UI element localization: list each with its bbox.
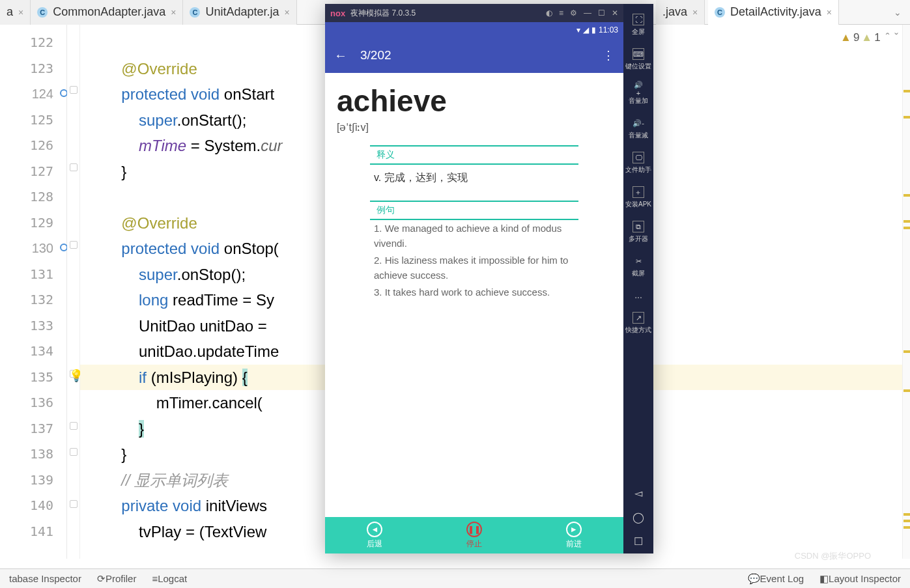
section-definition-header: 释义 <box>370 145 578 165</box>
line-number: 134 <box>0 339 66 365</box>
maximize-icon[interactable]: ☐ <box>598 8 605 18</box>
android-home-button[interactable]: ◯ <box>633 511 644 524</box>
close-icon[interactable]: × <box>171 7 176 18</box>
emulator-window: nox 夜神模拟器 7.0.3.5 ◐ ≡ ⚙ — ☐ ✕ ▾ ◢ ▮ 11:0… <box>325 4 653 553</box>
tabs-overflow[interactable]: ⌄ <box>888 7 907 18</box>
android-recents-button[interactable]: ☐ <box>634 535 643 548</box>
monitor-icon: 🖵 <box>633 152 644 163</box>
fullscreen-icon: ⛶ <box>633 14 644 25</box>
back-arrow-icon[interactable]: ← <box>334 48 347 63</box>
keymap-button[interactable]: ⌨键位设置 <box>625 48 651 71</box>
overflow-menu-icon[interactable]: ⋮ <box>603 48 614 63</box>
more-button[interactable]: ... <box>634 290 642 300</box>
watermark: CSDN @振华OPPO <box>795 550 871 562</box>
word-title: achieve <box>337 83 612 119</box>
android-back-button[interactable]: ◅ <box>634 487 642 499</box>
multi-instance-button[interactable]: ⧉多开器 <box>629 221 648 244</box>
next-button[interactable]: ►前进 <box>524 517 623 553</box>
settings-icon[interactable]: ⚙ <box>570 8 577 18</box>
line-gutter: 122 123 124 125 126 127 128 129 130 131 … <box>0 25 67 559</box>
minimize-icon[interactable]: — <box>584 8 591 18</box>
tab-detail-activity[interactable]: CDetailActivity.java× <box>708 0 839 25</box>
close-icon[interactable]: × <box>285 7 290 18</box>
next-icon: ► <box>566 522 582 537</box>
line-number: 138 <box>0 441 66 468</box>
inspection-summary: ▲9 ▲1 ˆ ˇ <box>838 31 898 44</box>
tab-unit-adapter[interactable]: CUnitAdapter.ja× <box>183 0 296 25</box>
fold-toggle[interactable] <box>70 241 78 249</box>
nox-logo: nox <box>330 8 345 18</box>
app-content[interactable]: achieve [əˈtʃiːv] 释义 v. 完成，达到，实现 例句 1. W… <box>325 73 623 517</box>
fold-gutter: 💡 <box>67 25 80 559</box>
warning-icon: ▲ <box>840 31 851 44</box>
logcat-tool[interactable]: ≡ Logcat <box>152 573 187 584</box>
weak-warning-icon: ▲ <box>861 31 872 44</box>
line-number: 132 <box>0 287 66 313</box>
next-highlight[interactable]: ˇ <box>894 31 898 44</box>
close-icon[interactable]: ✕ <box>612 8 618 18</box>
database-inspector-tool[interactable]: tabase Inspector <box>9 573 81 584</box>
multi-icon: ⧉ <box>633 221 644 232</box>
class-icon: C <box>37 7 48 18</box>
keyboard-icon: ⌨ <box>633 48 644 60</box>
line-number: 133 <box>0 313 66 339</box>
fold-toggle[interactable] <box>70 163 78 171</box>
tab-common-adapter[interactable]: CCommonAdapter.java× <box>31 0 183 25</box>
volume-up-icon: 🔊+ <box>633 83 644 94</box>
shortcut-button[interactable]: ↗快捷方式 <box>625 312 651 335</box>
shortcut-icon: ↗ <box>633 312 644 324</box>
line-number: 141 <box>0 519 66 545</box>
emulator-sidebar: ⛶全屏 ⌨键位设置 🔊+音量加 🔊-音量减 🖵文件助手 ＋安装APK ⧉多开器 … <box>623 4 653 553</box>
definition-text: v. 完成，达到，实现 <box>370 165 578 191</box>
install-apk-button[interactable]: ＋安装APK <box>625 186 651 209</box>
fold-toggle[interactable] <box>70 500 78 508</box>
prev-button[interactable]: ◄后退 <box>325 517 425 553</box>
profiler-tool[interactable]: ⟳ Profiler <box>97 573 137 585</box>
screenshot-button[interactable]: ✂截屏 <box>632 255 645 278</box>
error-stripe[interactable] <box>902 25 910 559</box>
line-number: 136 <box>0 390 66 416</box>
line-number: 122 <box>0 30 66 56</box>
line-number: 131 <box>0 262 66 288</box>
battery-icon: ▮ <box>591 25 596 35</box>
line-number: 123 <box>0 56 66 82</box>
close-icon[interactable]: × <box>692 7 698 18</box>
example-sentence: 2. His laziness makes it impossible for … <box>370 252 578 284</box>
fullscreen-button[interactable]: ⛶全屏 <box>632 14 645 36</box>
line-number: 124 <box>0 81 66 107</box>
fold-toggle[interactable] <box>70 86 78 94</box>
tab-a[interactable]: a× <box>0 0 31 25</box>
class-icon: C <box>715 7 725 18</box>
close-icon[interactable]: × <box>827 7 832 18</box>
home-icon: ◯ <box>633 511 644 524</box>
prev-highlight[interactable]: ˆ <box>886 31 890 44</box>
android-statusbar: ▾ ◢ ▮ 11:03 <box>325 22 623 38</box>
help-icon[interactable]: ◐ <box>546 8 552 18</box>
back-icon: ◅ <box>634 487 642 499</box>
example-sentence: 1. We managed to achieve a kind of modus… <box>370 220 578 252</box>
menu-icon[interactable]: ≡ <box>559 8 563 18</box>
line-number: 130 <box>0 236 66 262</box>
ide-statusbar: tabase Inspector ⟳ Profiler ≡ Logcat 💬 E… <box>0 568 910 588</box>
prev-icon: ◄ <box>367 522 382 537</box>
class-icon: C <box>190 7 200 18</box>
line-number: 125 <box>0 107 66 133</box>
fold-toggle[interactable] <box>70 422 78 430</box>
recents-icon: ☐ <box>634 535 643 548</box>
tab-java-partial[interactable]: .java× <box>656 0 705 25</box>
file-helper-button[interactable]: 🖵文件助手 <box>625 152 651 175</box>
volume-up-button[interactable]: 🔊+音量加 <box>629 83 648 105</box>
line-number: 127 <box>0 159 66 185</box>
wifi-icon: ▾ <box>576 25 580 35</box>
volume-down-button[interactable]: 🔊-音量减 <box>629 117 648 140</box>
line-number: 137 <box>0 416 66 442</box>
fold-toggle[interactable] <box>70 448 78 456</box>
line-number: 135 <box>0 365 66 391</box>
scissors-icon: ✂ <box>633 255 644 267</box>
app-toolbar: ← 3/202 ⋮ <box>325 38 623 73</box>
layout-inspector-tool[interactable]: ◧ Layout Inspector <box>819 573 901 585</box>
event-log-tool[interactable]: 💬 Event Log <box>748 573 804 585</box>
emulator-titlebar[interactable]: nox 夜神模拟器 7.0.3.5 ◐ ≡ ⚙ — ☐ ✕ <box>325 4 623 22</box>
close-icon[interactable]: × <box>18 7 23 18</box>
stop-button[interactable]: ❚❚停止 <box>425 517 524 553</box>
